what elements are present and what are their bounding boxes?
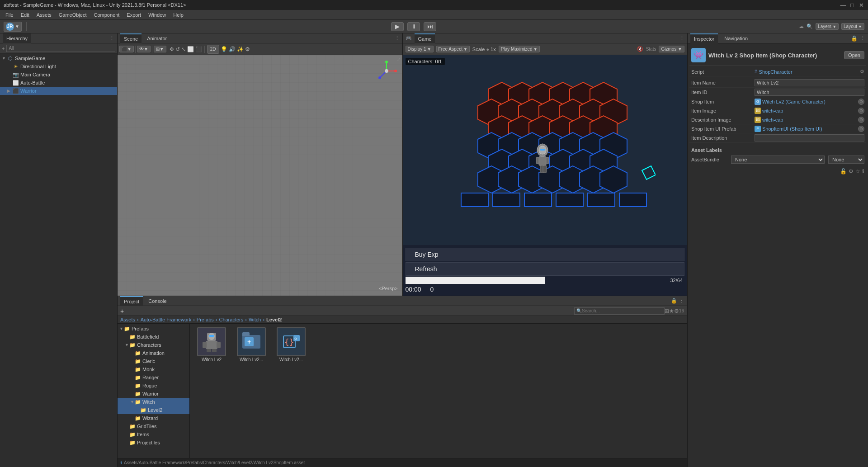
tree-item-warrior[interactable]: ▶ ⬛ Warrior [0,87,117,95]
folder-monk[interactable]: 📁 Monk [118,365,189,373]
step-button[interactable]: ⏭ [424,22,436,31]
folder-cleric[interactable]: 📁 Cleric [118,357,189,365]
tree-item-autobattle[interactable]: ⬜ Auto-Battle [0,79,117,87]
menu-edit[interactable]: Edit [17,10,33,20]
game-tab[interactable]: Game [415,33,435,43]
folder-animation[interactable]: 📁 Animation [118,349,189,357]
descimage-select-btn[interactable]: ⊙ [858,117,864,123]
menu-component[interactable]: Component [90,10,123,20]
menu-window[interactable]: Window [145,10,170,20]
asset-bundle-select[interactable]: None [731,156,825,164]
bread-assets[interactable]: Assets [120,317,135,322]
info-icon[interactable]: ℹ [862,168,864,175]
folder-battlefield[interactable]: 📁 Battlefield [118,333,189,341]
playmaximized-dropdown[interactable]: Play Maximized ▼ [499,46,540,52]
scene-scale-tool[interactable]: ⤡ [181,46,186,52]
input-itemdesc[interactable] [755,134,864,142]
hierarchy-menu-icon[interactable]: ⋮ [109,35,114,41]
tree-item-directionallight[interactable]: ☀ Directional Light [0,62,117,71]
buy-exp-button[interactable]: Buy Exp [406,248,685,261]
minimize-btn[interactable]: — [840,2,846,8]
scene-tab[interactable]: Scene [120,33,142,43]
play-button[interactable]: ▶ [391,22,404,31]
unlock-icon[interactable]: 🔓 [840,168,847,175]
scene-grid-dropdown[interactable]: ⊞▼ [154,46,166,52]
folder-items[interactable]: 📁 Items [118,430,189,439]
layout-dropdown[interactable]: Layout ▼ [841,23,864,30]
menu-file[interactable]: File [2,10,17,20]
favorite-icon[interactable]: ☆ [855,168,860,175]
asset-item-witchlv2-prefab[interactable]: {} ◇ Witch Lv2... [273,327,309,362]
folder-ranger[interactable]: 📁 Ranger [118,373,189,382]
shopitem-select-btn[interactable]: ⊙ [858,99,864,105]
project-filter2[interactable]: ★ [669,308,674,314]
folder-characters[interactable]: ▼ 📁 Characters [118,341,189,349]
bread-witch[interactable]: Witch [249,317,261,322]
hierarchy-tab[interactable]: Hierarchy [3,33,31,43]
pause-button[interactable]: ⏸ [407,22,420,31]
input-itemname[interactable] [755,79,864,86]
project-filter1[interactable]: ⊞ [665,308,669,314]
mute-icon[interactable]: 🔇 [637,46,643,52]
folder-witch[interactable]: ▼ 📁 Witch [118,398,189,406]
script-settings-icon[interactable]: ⚙ [860,69,864,75]
layers-dropdown[interactable]: Layers ▼ [816,23,839,30]
bread-characters[interactable]: Characters [219,317,243,322]
2d-toggle[interactable]: 2D [207,45,219,54]
folder-warrior[interactable]: 📁 Warrior [118,390,189,398]
bread-autobattle[interactable]: Auto-Battle Framework [141,317,191,322]
gizmos-dropdown[interactable]: Gizmos ▼ [659,46,684,52]
inspector-lock-icon[interactable]: 🔒 [851,35,858,42]
open-button[interactable]: Open [844,51,864,59]
game-menu-icon[interactable]: ⋮ [679,35,684,41]
bread-level2[interactable]: Level2 [266,317,282,322]
project-menu-icon[interactable]: ⋮ [679,298,684,304]
inspector-tab[interactable]: Inspector [690,33,718,43]
project-search-input[interactable] [582,308,662,313]
project-tab[interactable]: Project [120,296,143,306]
light-toggle[interactable]: 💡 [221,46,227,52]
aspect-dropdown[interactable]: Free Aspect ▼ [436,46,470,52]
add-icon[interactable]: + [2,46,5,51]
console-tab[interactable]: Console [145,296,170,306]
menu-export[interactable]: Export [123,10,145,20]
navigation-tab[interactable]: Navigation [721,33,751,43]
project-filter3[interactable]: ⚙ [674,308,679,314]
folder-gridtiles[interactable]: 📁 GridTiles [118,422,189,430]
fx-toggle[interactable]: ✨ [237,46,244,52]
scene-rotate-tool[interactable]: ↺ [175,46,180,52]
add-folder-btn[interactable]: + [120,307,124,315]
audio-toggle[interactable]: 🔊 [229,46,236,52]
account-dropdown[interactable]: JR ▼ [4,22,22,32]
animator-tab[interactable]: Animator [143,33,170,43]
project-lock-icon[interactable]: 🔒 [671,298,677,304]
menu-help[interactable]: Help [170,10,187,20]
scene-view-dropdown[interactable]: 👁▼ [137,46,151,52]
folder-wizard[interactable]: 📁 Wizard [118,414,189,422]
scene-move-tool[interactable]: ✥ [170,46,174,52]
settings-icon-bottom[interactable]: ⚙ [849,168,854,175]
menu-gameobject[interactable]: GameObject [55,10,90,20]
bread-prefabs[interactable]: Prefabs [197,317,214,322]
folder-level2[interactable]: 📁 Level2 [118,406,189,414]
menu-assets[interactable]: Assets [33,10,55,20]
inspector-menu-icon[interactable]: ⋮ [860,35,865,41]
tree-item-samplegame[interactable]: ▼ ⬡ SampleGame [0,54,117,62]
display-dropdown[interactable]: Display 1 ▼ [406,46,434,52]
scene-menu-icon[interactable]: ⋮ [395,35,400,41]
maximize-btn[interactable]: □ [849,2,855,8]
stats-icon[interactable]: Stats [646,47,656,52]
scene-tool-dropdown[interactable]: ⬛▼ [119,46,134,52]
asset-item-witchlv2-mesh[interactable]: Witch Lv2 [193,327,230,362]
scene-gizmo-toggle[interactable]: ⚙ [245,46,250,52]
scene-rect-tool[interactable]: ⬜ [187,46,194,52]
input-itemid[interactable] [755,89,864,96]
folder-prefabs[interactable]: ▼ 📁 Prefabs [118,325,189,333]
asset-item-witchlv2-folder[interactable]: + Witch Lv2... [233,327,269,362]
shopuiprefab-select-btn[interactable]: ⊙ [858,126,864,132]
refresh-button[interactable]: Refresh [406,262,685,276]
tree-item-maincamera[interactable]: 📷 Main Camera [0,71,117,79]
scene-transform-tool[interactable]: ⬛ [195,46,202,52]
search-icon[interactable]: 🔍 [807,24,813,29]
folder-rogue[interactable]: 📁 Rogue [118,382,189,390]
